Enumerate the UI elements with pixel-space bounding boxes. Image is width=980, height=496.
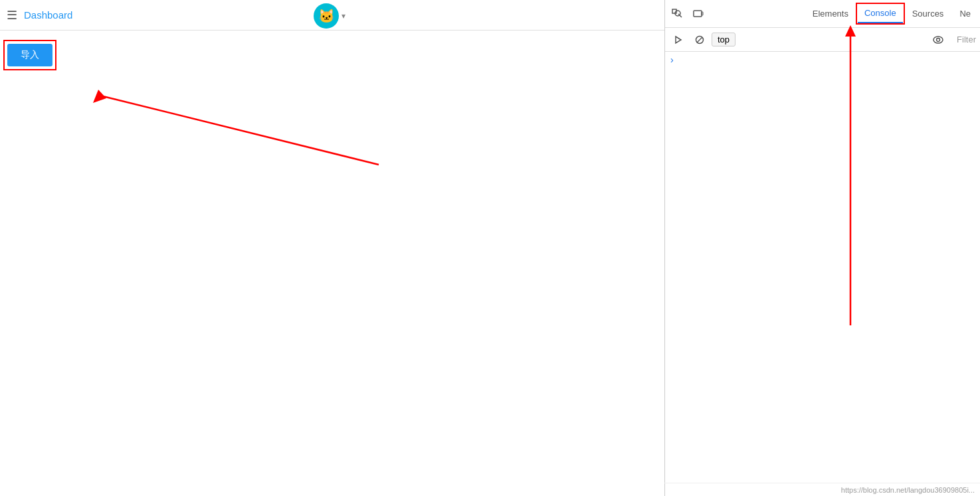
devtools-panel: Elements Console Sources Ne [664,0,980,496]
svg-line-0 [103,96,379,165]
status-bar: https://blog.csdn.net/langdou36909805i..… [664,483,980,496]
annotation-arrow [0,40,385,173]
import-button-container: 导入 [3,40,56,70]
tab-network[interactable]: Ne [953,0,977,27]
block-icon-button[interactable] [690,31,709,49]
svg-point-11 [937,38,940,41]
responsive-icon-button[interactable] [689,5,708,23]
svg-marker-1 [93,90,106,103]
svg-line-9 [697,37,702,42]
extension-icon[interactable]: 🐱 [314,3,339,29]
dashboard-title: Dashboard [24,9,72,21]
import-button[interactable]: 导入 [7,44,52,66]
extension-icon-area: 🐱 ▾ [314,3,345,29]
console-chevron: › [670,54,674,65]
svg-point-10 [933,37,943,43]
devtools-secondary-toolbar: top Filter [665,28,980,52]
play-pause-icon-button[interactable] [669,31,688,49]
import-area: 导入 [3,40,56,70]
devtools-toolbar: Elements Console Sources Ne [665,0,980,28]
tab-console[interactable]: Console [858,4,903,23]
status-url: https://blog.csdn.net/langdou36909805i..… [841,486,975,494]
tab-elements[interactable]: Elements [806,0,855,27]
svg-rect-5 [694,11,702,17]
top-selector[interactable]: top [712,33,735,46]
svg-rect-6 [702,12,703,15]
hamburger-icon[interactable]: ☰ [7,8,17,23]
main-app-area: ☰ Dashboard 🐱 ▾ 导入 [0,0,664,496]
svg-marker-7 [676,37,681,43]
extension-dropdown-arrow[interactable]: ▾ [342,11,345,21]
inspect-icon-button[interactable] [668,5,686,23]
console-output[interactable]: › [665,52,980,496]
eye-icon-button[interactable] [929,31,947,49]
filter-label: Filter [957,35,976,44]
tab-sources[interactable]: Sources [906,0,951,27]
